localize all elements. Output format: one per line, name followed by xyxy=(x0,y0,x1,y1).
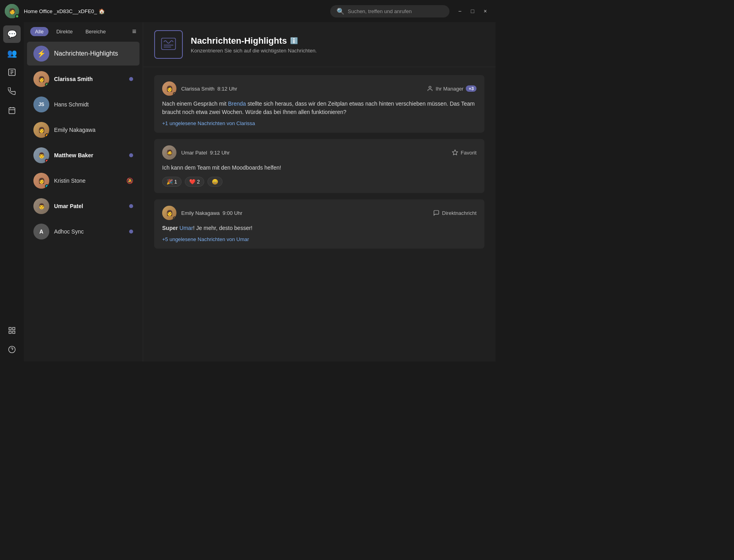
contact-avatar-emily: 👩 xyxy=(33,122,49,138)
unread-dot-matthew xyxy=(129,153,133,157)
contact-item-kristin[interactable]: 👩 Kristin Stone 🔕 xyxy=(27,169,139,193)
contact-item-adhoc[interactable]: A Adhoc Sync xyxy=(27,220,139,243)
messages-list: 👩 Clarissa Smith 8:12 Uhr Ihr Manager xyxy=(143,67,496,361)
contacts-panel: Alle Direkte Bereiche ≡ ⚡ Nachrichten-Hi… xyxy=(24,22,143,361)
contact-item-clarissa[interactable]: 👩 Clarissa Smith xyxy=(27,67,139,91)
msg-unread-emily[interactable]: +5 ungelesene Nachrichten von Umar xyxy=(162,236,476,242)
sidebar-item-chat[interactable]: 💬 xyxy=(3,25,21,43)
search-icon: 🔍 xyxy=(337,8,345,15)
highlight-icon: ⚡ xyxy=(33,46,49,62)
filter-bereiche-button[interactable]: Bereiche xyxy=(81,27,110,36)
message-card-clarissa: 👩 Clarissa Smith 8:12 Uhr Ihr Manager xyxy=(154,75,484,133)
msg-avatar-umar: 🧔 xyxy=(162,145,176,160)
page-title: Nachrichten-Highlights ℹ️ xyxy=(191,36,317,46)
main-layout: 💬 👥 xyxy=(0,22,496,361)
header-icon xyxy=(154,30,183,59)
msg-body-umar: Ich kann dem Team mit den Moodboards hel… xyxy=(162,164,476,172)
contact-item-matthew[interactable]: 👨 Matthew Baker xyxy=(27,143,139,167)
content-header: Nachrichten-Highlights ℹ️ Konzentrieren … xyxy=(143,22,496,67)
contact-item-emily[interactable]: 👩 Emily Nakagawa xyxy=(27,118,139,142)
msg-avatar-clarissa: 👩 xyxy=(162,81,176,96)
filter-direkte-button[interactable]: Direkte xyxy=(52,27,77,36)
msg-avatar-emily: 👩 xyxy=(162,206,176,220)
status-dot-clarissa xyxy=(45,83,49,87)
reaction-heart[interactable]: ❤️ 2 xyxy=(185,177,204,187)
nachrichten-highlights-label: Nachrichten-Highlights xyxy=(54,50,118,57)
message-card-emily: 👩 Emily Nakagawa 9:00 Uhr Direktnachrich… xyxy=(154,199,484,249)
msg-status-clarissa xyxy=(173,92,176,96)
message-header-emily: 👩 Emily Nakagawa 9:00 Uhr Direktnachrich… xyxy=(162,206,476,220)
svg-rect-10 xyxy=(9,331,12,334)
svg-point-17 xyxy=(429,86,431,88)
window-controls: − □ × xyxy=(454,6,491,17)
svg-rect-11 xyxy=(13,331,15,334)
msg-status-emily xyxy=(173,216,176,220)
contact-name-kristin: Kristin Stone xyxy=(54,178,122,184)
reactions-umar: 🎉 1 ❤️ 2 😄 xyxy=(162,177,476,187)
contact-avatar-umar: 👨 xyxy=(33,198,49,214)
msg-tag-umar[interactable]: Favorit xyxy=(452,149,476,156)
app-title: Home Office _xD83C__xDFE0_ 🏠 xyxy=(24,8,325,14)
search-input[interactable] xyxy=(348,8,443,14)
svg-marker-18 xyxy=(453,150,458,155)
titlebar: 🧑 Home Office _xD83C__xDFE0_ 🏠 🔍 − □ × xyxy=(0,0,496,22)
sidebar-item-people[interactable]: 👥 xyxy=(3,44,21,62)
contact-name-adhoc: Adhoc Sync xyxy=(54,228,124,235)
message-header-umar: 🧔 Umar Patel 9:12 Uhr Favorit xyxy=(162,145,476,160)
user-avatar[interactable]: 🧑 xyxy=(5,4,19,18)
reaction-smile[interactable]: 😄 xyxy=(207,177,223,187)
mention-umar: Umar xyxy=(180,225,193,231)
sidebar-icons: 💬 👥 xyxy=(0,22,24,361)
unread-dot-clarissa xyxy=(129,77,133,81)
mute-icon-kristin: 🔕 xyxy=(126,178,133,184)
msg-body-clarissa: Nach einem Gespräch mit Brenda stellte s… xyxy=(162,100,476,116)
contact-item-hans[interactable]: JS Hans Schmidt xyxy=(27,93,139,116)
status-dot-kristin xyxy=(45,184,49,188)
header-text: Nachrichten-Highlights ℹ️ Konzentrieren … xyxy=(191,36,317,54)
msg-sender-clarissa: Clarissa Smith 8:12 Uhr xyxy=(181,86,237,92)
contact-name-umar: Umar Patel xyxy=(54,203,124,209)
svg-point-12 xyxy=(9,346,15,353)
sidebar-item-calls[interactable] xyxy=(3,83,21,100)
search-bar[interactable]: 🔍 xyxy=(330,5,449,17)
svg-rect-8 xyxy=(9,328,12,330)
msg-body-emily: Super Umar! Je mehr, desto besser! xyxy=(162,224,476,232)
filter-menu-icon[interactable]: ≡ xyxy=(132,27,136,36)
unread-dot-adhoc xyxy=(129,230,133,234)
contact-item-umar[interactable]: 👨 Umar Patel xyxy=(27,194,139,218)
message-card-umar: 🧔 Umar Patel 9:12 Uhr Favorit Ich kann d… xyxy=(154,139,484,193)
contact-name-hans: Hans Schmidt xyxy=(54,101,133,108)
msg-unread-clarissa[interactable]: +1 ungelesene Nachrichten von Clarissa xyxy=(162,120,476,126)
msg-tag-clarissa: Ihr Manager +3 xyxy=(427,85,476,92)
contact-avatar-matthew: 👨 xyxy=(33,147,49,163)
sidebar-item-contacts[interactable] xyxy=(3,64,21,81)
minimize-button[interactable]: − xyxy=(454,6,465,17)
info-icon[interactable]: ℹ️ xyxy=(290,37,298,44)
maximize-button[interactable]: □ xyxy=(467,6,478,17)
close-button[interactable]: × xyxy=(480,6,491,17)
main-content: Nachrichten-Highlights ℹ️ Konzentrieren … xyxy=(143,22,496,361)
nachrichten-highlights-item[interactable]: ⚡ Nachrichten-Highlights xyxy=(27,42,139,66)
contact-name-clarissa: Clarissa Smith xyxy=(54,76,124,82)
msg-tag-emily[interactable]: Direktnachricht xyxy=(433,210,476,216)
contact-name-emily: Emily Nakagawa xyxy=(54,127,133,133)
page-subtitle: Konzentrieren Sie sich auf die wichtigst… xyxy=(191,48,317,54)
svg-rect-14 xyxy=(161,38,175,50)
reaction-party[interactable]: 🎉 1 xyxy=(162,177,182,187)
msg-sender-umar: Umar Patel 9:12 Uhr xyxy=(181,150,230,156)
status-dot-matthew xyxy=(45,159,49,163)
sidebar-item-help[interactable] xyxy=(3,341,21,358)
contact-avatar-clarissa: 👩 xyxy=(33,71,49,87)
contacts-filter-bar: Alle Direkte Bereiche ≡ xyxy=(24,22,143,41)
mention-brenda: Brenda xyxy=(228,100,246,107)
svg-rect-9 xyxy=(13,328,15,330)
contact-avatar-adhoc: A xyxy=(33,224,49,239)
msg-sender-emily: Emily Nakagawa 9:00 Uhr xyxy=(181,210,242,216)
manager-badge: +3 xyxy=(466,85,476,92)
svg-rect-4 xyxy=(9,108,15,114)
sidebar-item-apps[interactable] xyxy=(3,322,21,339)
status-dot-emily xyxy=(45,133,49,137)
sidebar-item-calendar[interactable] xyxy=(3,102,21,119)
filter-all-button[interactable]: Alle xyxy=(30,27,48,36)
user-status-dot xyxy=(15,14,19,18)
